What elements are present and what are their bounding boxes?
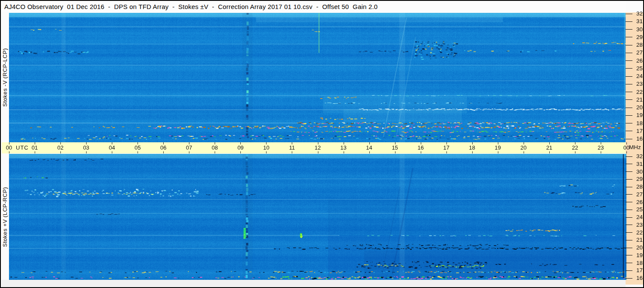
mhz-unit-label: MHz — [629, 144, 641, 150]
freq-tick — [626, 139, 632, 139]
freq-label: 30 — [632, 26, 643, 33]
time-label: 16 — [416, 144, 426, 151]
time-label: 02 — [55, 144, 66, 151]
time-tick — [344, 151, 344, 153]
freq-label: 30 — [632, 168, 643, 175]
time-tick — [318, 151, 318, 153]
time-tick — [421, 151, 421, 153]
time-tick — [446, 151, 447, 153]
window-title: AJ4CO Observatory 01 Dec 2016 - DPS on T… — [4, 3, 377, 10]
freq-tick — [626, 45, 632, 45]
time-label: 01 — [30, 144, 40, 151]
time-label: 03 — [81, 144, 91, 151]
time-tick — [395, 151, 395, 153]
freq-label: 29 — [632, 176, 643, 182]
freq-tick — [626, 123, 632, 123]
freq-tick — [626, 255, 632, 255]
time-label: 04 — [107, 144, 117, 151]
freq-label: 21 — [632, 237, 643, 243]
freq-tick — [626, 99, 632, 100]
time-label: 10 — [261, 144, 271, 151]
freq-label: 25 — [632, 206, 643, 213]
freq-tick — [626, 194, 632, 195]
freq-tick — [626, 263, 632, 263]
freq-label: 31 — [632, 161, 643, 167]
time-label: 08 — [210, 144, 220, 151]
time-label: 20 — [518, 144, 529, 151]
freq-tick — [626, 29, 632, 30]
bottom-margin-strip — [2, 280, 626, 288]
freq-tick — [626, 84, 632, 84]
freq-label: 27 — [632, 49, 643, 56]
freq-tick — [626, 171, 632, 172]
freq-tick — [626, 14, 632, 14]
time-label: 07 — [184, 144, 194, 151]
freq-tick — [626, 278, 632, 279]
time-label: 05 — [132, 144, 143, 151]
freq-tick — [626, 187, 632, 187]
freq-tick — [626, 210, 632, 210]
freq-label: 32 — [632, 10, 643, 17]
time-label: 19 — [493, 144, 503, 151]
freq-label: 16 — [632, 275, 643, 281]
freq-tick — [626, 270, 632, 271]
utc-label: UTC — [16, 144, 29, 151]
freq-label: 28 — [632, 183, 643, 190]
time-tick — [60, 151, 61, 153]
time-tick — [240, 151, 241, 153]
freq-tick — [626, 217, 632, 218]
freq-tick — [626, 68, 632, 69]
freq-label: 22 — [632, 229, 643, 236]
time-tick — [189, 151, 189, 153]
freq-label: 16 — [632, 135, 643, 142]
freq-label: 19 — [632, 112, 643, 118]
time-tick — [292, 151, 292, 153]
freq-tick — [626, 76, 632, 77]
freq-label: 24 — [632, 214, 643, 220]
freq-label: 20 — [632, 104, 643, 111]
freq-label: 19 — [632, 252, 643, 258]
time-label: 06 — [158, 144, 168, 151]
time-label: 22 — [570, 144, 580, 151]
freq-tick — [626, 92, 632, 92]
freq-label: 22 — [632, 89, 643, 95]
time-label: 18 — [467, 144, 477, 151]
spectrogram-top-canvas — [9, 13, 626, 142]
freq-tick — [626, 131, 632, 131]
spectrogram-bottom-canvas — [9, 154, 626, 280]
time-axis: UTC 000102030405060708091011121314151617… — [2, 142, 626, 153]
freq-tick — [626, 164, 632, 164]
time-tick — [549, 151, 550, 153]
freq-label: 23 — [632, 81, 643, 87]
time-label: 17 — [441, 144, 452, 151]
time-tick — [86, 151, 87, 153]
time-tick — [163, 151, 164, 153]
y-axis-label-top-panel: Stokes -V (RCP-LCP) — [1, 13, 9, 142]
time-tick — [498, 151, 498, 153]
time-label: 11 — [287, 144, 297, 151]
freq-tick — [626, 225, 632, 225]
spectrograph-window: AJ4CO Observatory 01 Dec 2016 - DPS on T… — [0, 0, 644, 288]
freq-label: 24 — [632, 73, 643, 79]
time-label: 09 — [235, 144, 246, 151]
time-label: 12 — [313, 144, 323, 151]
freq-label: 23 — [632, 222, 643, 228]
freq-label: 17 — [632, 128, 643, 134]
freq-tick — [626, 179, 632, 180]
time-tick — [472, 151, 473, 153]
freq-label: 18 — [632, 260, 643, 266]
time-tick — [575, 151, 575, 153]
time-tick — [35, 151, 35, 153]
time-label: 13 — [338, 144, 349, 151]
freq-tick — [626, 115, 632, 116]
stokes-plus-v-label: Stokes +V (LCP-RCP) — [2, 187, 8, 247]
freq-label: 25 — [632, 65, 643, 72]
time-label: 15 — [390, 144, 400, 151]
time-tick — [9, 151, 9, 153]
freq-label: 21 — [632, 96, 643, 103]
freq-label: 26 — [632, 57, 643, 64]
time-label: 21 — [544, 144, 554, 151]
freq-label: 26 — [632, 199, 643, 205]
time-tick — [369, 151, 370, 153]
time-label: 14 — [364, 144, 374, 151]
